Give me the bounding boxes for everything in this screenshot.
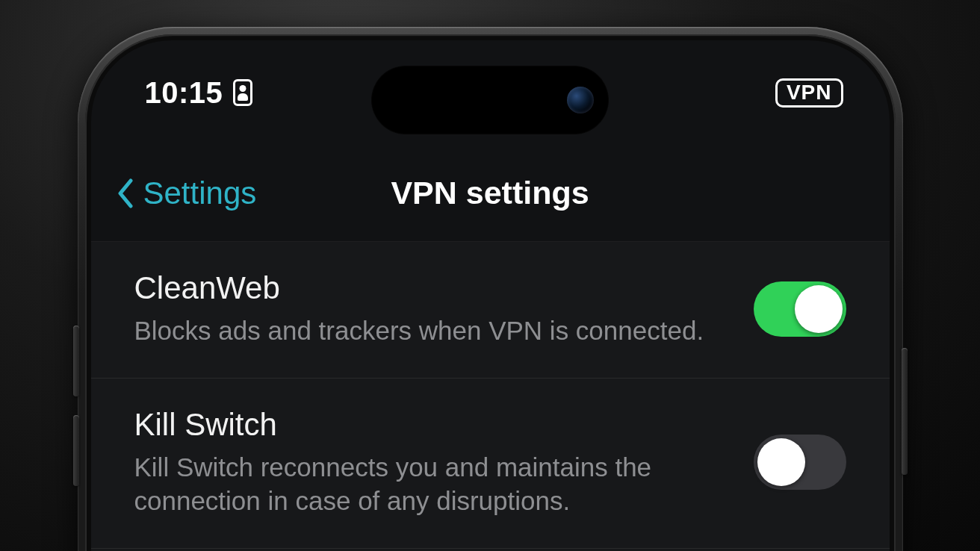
status-time: 10:15 xyxy=(145,76,223,110)
back-label: Settings xyxy=(143,175,257,211)
screen: 10:15 VPN Settings V xyxy=(91,40,890,551)
setting-row-killswitch: Kill Switch Kill Switch reconnects you a… xyxy=(91,379,890,549)
setting-text: CleanWeb Blocks ads and trackers when VP… xyxy=(134,270,754,348)
toggle-killswitch[interactable] xyxy=(754,435,846,490)
volume-up-button[interactable] xyxy=(73,326,79,396)
front-camera-icon xyxy=(567,87,594,113)
id-card-icon xyxy=(233,79,252,106)
toggle-cleanweb[interactable] xyxy=(754,281,846,337)
settings-list: CleanWeb Blocks ads and trackers when VP… xyxy=(91,242,890,551)
volume-down-button[interactable] xyxy=(73,415,79,486)
toggle-knob xyxy=(795,285,843,333)
toggle-knob xyxy=(757,438,805,486)
phone-frame-inner: 10:15 VPN Settings V xyxy=(85,34,896,551)
setting-title: Kill Switch xyxy=(134,407,731,443)
power-button[interactable] xyxy=(902,348,908,475)
setting-title: CleanWeb xyxy=(134,270,731,306)
setting-description: Kill Switch reconnects you and maintains… xyxy=(134,450,731,518)
setting-text: Kill Switch Kill Switch reconnects you a… xyxy=(134,407,754,518)
nav-bar: Settings VPN settings xyxy=(91,145,890,242)
setting-row-cleanweb: CleanWeb Blocks ads and trackers when VP… xyxy=(91,242,890,379)
phone-frame: 10:15 VPN Settings V xyxy=(78,27,903,551)
setting-description: Blocks ads and trackers when VPN is conn… xyxy=(134,314,731,348)
chevron-left-icon xyxy=(117,178,134,208)
dynamic-island xyxy=(371,66,609,134)
status-left: 10:15 xyxy=(145,76,253,110)
vpn-status-badge: VPN xyxy=(775,78,843,108)
back-button[interactable]: Settings xyxy=(117,175,257,211)
